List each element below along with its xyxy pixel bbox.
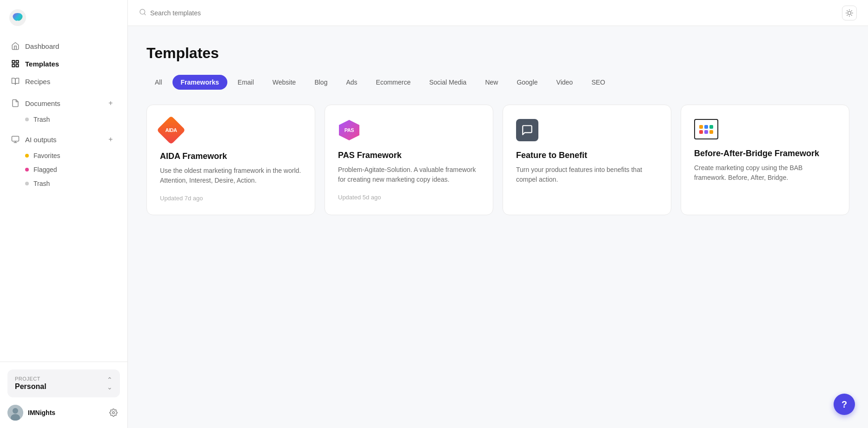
tab-blog[interactable]: Blog bbox=[306, 75, 336, 90]
page-title: Templates bbox=[146, 45, 849, 62]
help-button[interactable]: ? bbox=[834, 394, 855, 415]
theme-toggle-button[interactable] bbox=[842, 6, 857, 20]
tab-frameworks[interactable]: Frameworks bbox=[172, 75, 227, 90]
content-area: Templates All Frameworks Email Website B… bbox=[128, 26, 868, 428]
grid-icon bbox=[11, 59, 20, 68]
aida-card-title: AIDA Framework bbox=[160, 151, 302, 161]
sidebar-item-label: Templates bbox=[25, 60, 59, 68]
sidebar-item-templates[interactable]: Templates bbox=[6, 55, 122, 72]
bab-card-desc: Create marketing copy using the BAB fram… bbox=[694, 163, 836, 183]
tab-email[interactable]: Email bbox=[229, 75, 262, 90]
tab-all[interactable]: All bbox=[146, 75, 171, 90]
user-row: IMNights bbox=[7, 405, 120, 421]
search-box[interactable] bbox=[139, 8, 290, 17]
svg-point-14 bbox=[848, 11, 851, 14]
template-card-bab[interactable]: Before-After-Bridge Framework Create mar… bbox=[681, 105, 849, 215]
svg-point-11 bbox=[113, 412, 115, 414]
search-input[interactable] bbox=[150, 9, 290, 17]
tab-website[interactable]: Website bbox=[264, 75, 304, 90]
sidebar-bottom: PROJECT Personal ⌃⌄ IMNights bbox=[0, 362, 127, 428]
sidebar: Dashboard Templates Recipes Documents + bbox=[0, 0, 128, 428]
flagged-dot-icon bbox=[25, 168, 29, 171]
tab-new[interactable]: New bbox=[477, 75, 506, 90]
ftb-icon bbox=[516, 119, 538, 141]
documents-section-header: Documents + bbox=[6, 94, 122, 112]
ftb-card-title: Feature to Benefit bbox=[516, 151, 658, 160]
project-selector[interactable]: PROJECT Personal ⌃⌄ bbox=[7, 369, 120, 397]
ai-trash-item[interactable]: Trash bbox=[6, 177, 122, 191]
sidebar-item-recipes[interactable]: Recipes bbox=[6, 72, 122, 90]
svg-point-9 bbox=[13, 408, 18, 414]
add-ai-output-button[interactable]: + bbox=[105, 134, 116, 145]
ai-flagged-item[interactable]: Flagged bbox=[6, 163, 122, 177]
tab-google[interactable]: Google bbox=[508, 75, 546, 90]
svg-line-18 bbox=[851, 15, 852, 15]
tab-ecommerce[interactable]: Ecommerce bbox=[368, 75, 419, 90]
user-name: IMNights bbox=[28, 409, 55, 416]
ftb-card-icon bbox=[516, 119, 658, 141]
document-icon bbox=[11, 99, 20, 107]
bab-card-title: Before-After-Bridge Framework bbox=[694, 149, 836, 158]
sidebar-navigation: Dashboard Templates Recipes Documents + bbox=[0, 33, 127, 362]
documents-label: Documents bbox=[11, 99, 60, 107]
search-icon bbox=[139, 8, 146, 17]
documents-trash-item[interactable]: Trash bbox=[6, 112, 122, 126]
ai-outputs-icon bbox=[11, 135, 20, 144]
book-icon bbox=[11, 77, 20, 86]
topbar-right bbox=[842, 6, 857, 20]
topbar bbox=[128, 0, 868, 26]
svg-rect-1 bbox=[12, 60, 14, 63]
sidebar-item-label: Dashboard bbox=[25, 42, 59, 50]
trash-dot-icon bbox=[25, 118, 29, 121]
project-label: PROJECT bbox=[15, 376, 46, 382]
main-content: Templates All Frameworks Email Website B… bbox=[128, 0, 868, 428]
ai-trash-dot-icon bbox=[25, 182, 29, 185]
pas-card-title: PAS Framework bbox=[338, 151, 480, 160]
template-card-aida[interactable]: AIDA AIDA Framework Use the oldest marke… bbox=[146, 105, 315, 215]
svg-rect-5 bbox=[12, 136, 19, 141]
user-info: IMNights bbox=[7, 405, 55, 421]
filter-tabs: All Frameworks Email Website Blog Ads Ec… bbox=[146, 75, 849, 90]
ftb-card-desc: Turn your product features into benefits… bbox=[516, 165, 658, 184]
bab-card-icon bbox=[694, 119, 836, 139]
bab-icon bbox=[694, 119, 718, 139]
svg-line-21 bbox=[847, 15, 848, 15]
svg-line-22 bbox=[851, 10, 852, 11]
ai-favorites-item[interactable]: Favorites bbox=[6, 149, 122, 163]
avatar bbox=[7, 405, 23, 421]
add-document-button[interactable]: + bbox=[105, 98, 116, 109]
project-info: PROJECT Personal bbox=[15, 376, 46, 391]
tab-seo[interactable]: SEO bbox=[583, 75, 614, 90]
tab-social-media[interactable]: Social Media bbox=[421, 75, 475, 90]
pas-card-desc: Problem-Agitate-Solution. A valuable fra… bbox=[338, 165, 480, 184]
chevron-updown-icon: ⌃⌄ bbox=[107, 376, 113, 391]
svg-line-13 bbox=[144, 13, 146, 15]
sidebar-item-dashboard[interactable]: Dashboard bbox=[6, 37, 122, 55]
ai-outputs-section-header: AI outputs + bbox=[6, 130, 122, 149]
svg-rect-4 bbox=[16, 65, 19, 67]
sidebar-item-label: Recipes bbox=[25, 78, 50, 86]
settings-button[interactable] bbox=[107, 406, 120, 419]
app-logo[interactable] bbox=[0, 0, 127, 33]
pas-card-updated: Updated 5d ago bbox=[338, 194, 480, 201]
template-card-pas[interactable]: PAS PAS Framework Problem-Agitate-Soluti… bbox=[325, 105, 493, 215]
pas-card-icon: PAS bbox=[338, 119, 480, 141]
home-icon bbox=[11, 42, 20, 50]
project-name: Personal bbox=[15, 382, 46, 391]
aida-card-desc: Use the oldest marketing framework in th… bbox=[160, 166, 302, 185]
favorites-dot-icon bbox=[25, 154, 29, 158]
ai-outputs-label: AI outputs bbox=[11, 135, 57, 144]
aida-card-updated: Updated 7d ago bbox=[160, 195, 302, 202]
svg-rect-3 bbox=[12, 65, 14, 67]
svg-rect-2 bbox=[16, 60, 19, 63]
aida-card-icon: AIDA bbox=[160, 119, 302, 142]
template-card-ftb[interactable]: Feature to Benefit Turn your product fea… bbox=[503, 105, 671, 215]
svg-line-17 bbox=[847, 10, 848, 11]
template-cards-grid: AIDA AIDA Framework Use the oldest marke… bbox=[146, 105, 849, 215]
tab-ads[interactable]: Ads bbox=[338, 75, 365, 90]
tab-video[interactable]: Video bbox=[548, 75, 582, 90]
